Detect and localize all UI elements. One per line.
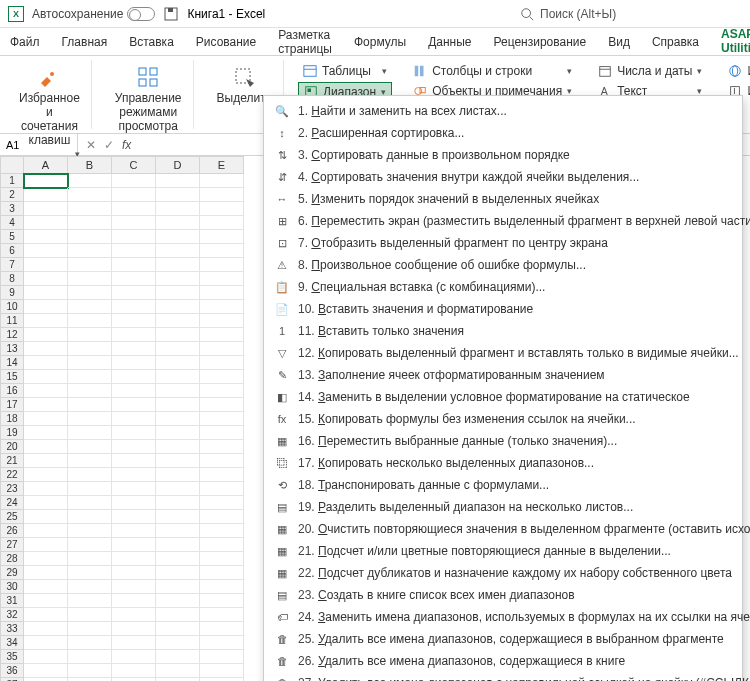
menu-item-25[interactable]: 🗑25. Удалить все имена диапазонов, содер… bbox=[264, 628, 742, 650]
cell[interactable] bbox=[24, 188, 68, 202]
cell[interactable] bbox=[68, 384, 112, 398]
cell[interactable] bbox=[112, 398, 156, 412]
menu-item-10[interactable]: 📄10. Вставить значения и форматирование bbox=[264, 298, 742, 320]
cell[interactable] bbox=[200, 216, 244, 230]
menu-item-19[interactable]: ▤19. Разделить выделенный диапазон на не… bbox=[264, 496, 742, 518]
cell[interactable] bbox=[68, 314, 112, 328]
cell[interactable] bbox=[24, 384, 68, 398]
row-header[interactable]: 5 bbox=[0, 230, 24, 244]
cell[interactable] bbox=[68, 594, 112, 608]
cell[interactable] bbox=[112, 356, 156, 370]
tab-review[interactable]: Рецензирование bbox=[490, 31, 591, 53]
cell[interactable] bbox=[200, 174, 244, 188]
cell[interactable] bbox=[68, 188, 112, 202]
cell[interactable] bbox=[24, 594, 68, 608]
menu-item-6[interactable]: ⊞6. Переместить экран (разместить выделе… bbox=[264, 210, 742, 232]
cancel-icon[interactable]: ✕ bbox=[86, 138, 96, 152]
cell[interactable] bbox=[112, 412, 156, 426]
menu-item-4[interactable]: ⇵4. Сортировать значения внутри каждой я… bbox=[264, 166, 742, 188]
cell[interactable] bbox=[24, 510, 68, 524]
menu-item-9[interactable]: 📋9. Специальная вставка (с комбинациями)… bbox=[264, 276, 742, 298]
cell[interactable] bbox=[156, 342, 200, 356]
row-header[interactable]: 7 bbox=[0, 258, 24, 272]
menu-item-20[interactable]: ▦20. Очистить повторяющиеся значения в в… bbox=[264, 518, 742, 540]
cell[interactable] bbox=[156, 230, 200, 244]
cell[interactable] bbox=[156, 258, 200, 272]
menu-item-5[interactable]: ↔5. Изменить порядок значений в выделенн… bbox=[264, 188, 742, 210]
cell[interactable] bbox=[24, 412, 68, 426]
tab-asap[interactable]: ASAP Utilities bbox=[717, 23, 750, 61]
cell[interactable] bbox=[112, 650, 156, 664]
cell[interactable] bbox=[200, 566, 244, 580]
cell[interactable] bbox=[200, 552, 244, 566]
cell[interactable] bbox=[24, 174, 68, 188]
cell[interactable] bbox=[68, 454, 112, 468]
row-header[interactable]: 31 bbox=[0, 594, 24, 608]
cell[interactable] bbox=[68, 230, 112, 244]
cell[interactable] bbox=[24, 398, 68, 412]
cell[interactable] bbox=[156, 622, 200, 636]
tab-draw[interactable]: Рисование bbox=[192, 31, 260, 53]
row-header[interactable]: 1 bbox=[0, 174, 24, 188]
menu-item-1[interactable]: 🔍1. Найти и заменить на всех листах... bbox=[264, 100, 742, 122]
cell[interactable] bbox=[112, 580, 156, 594]
menu-item-26[interactable]: 🗑26. Удалить все имена диапазонов, содер… bbox=[264, 650, 742, 672]
cell[interactable] bbox=[68, 468, 112, 482]
cell[interactable] bbox=[156, 188, 200, 202]
cell[interactable] bbox=[68, 426, 112, 440]
cell[interactable] bbox=[112, 664, 156, 678]
confirm-icon[interactable]: ✓ bbox=[104, 138, 114, 152]
cell[interactable] bbox=[112, 608, 156, 622]
cell[interactable] bbox=[156, 636, 200, 650]
cell[interactable] bbox=[156, 426, 200, 440]
cell[interactable] bbox=[112, 426, 156, 440]
row-header[interactable]: 13 bbox=[0, 342, 24, 356]
cell[interactable] bbox=[200, 356, 244, 370]
cell[interactable] bbox=[68, 202, 112, 216]
menu-item-21[interactable]: ▦21. Подсчет и/или цветные повторяющиеся… bbox=[264, 540, 742, 562]
cell[interactable] bbox=[112, 342, 156, 356]
cell[interactable] bbox=[68, 244, 112, 258]
cell[interactable] bbox=[156, 412, 200, 426]
cell[interactable] bbox=[156, 650, 200, 664]
cell[interactable] bbox=[156, 300, 200, 314]
cell[interactable] bbox=[68, 398, 112, 412]
cell[interactable] bbox=[112, 384, 156, 398]
cell[interactable] bbox=[156, 370, 200, 384]
cell[interactable] bbox=[112, 454, 156, 468]
cell[interactable] bbox=[200, 608, 244, 622]
cell[interactable] bbox=[156, 594, 200, 608]
row-header[interactable]: 9 bbox=[0, 286, 24, 300]
row-header[interactable]: 30 bbox=[0, 580, 24, 594]
cell[interactable] bbox=[200, 384, 244, 398]
cell[interactable] bbox=[156, 398, 200, 412]
cell[interactable] bbox=[112, 566, 156, 580]
fx-icon[interactable]: fx bbox=[122, 138, 131, 152]
cell[interactable] bbox=[156, 538, 200, 552]
cell[interactable] bbox=[112, 230, 156, 244]
autosave-toggle[interactable]: Автосохранение bbox=[32, 7, 155, 21]
cell[interactable] bbox=[200, 426, 244, 440]
cell[interactable] bbox=[156, 440, 200, 454]
row-header[interactable]: 32 bbox=[0, 608, 24, 622]
cell[interactable] bbox=[68, 370, 112, 384]
cell[interactable] bbox=[200, 510, 244, 524]
numbers-button[interactable]: Числа и даты▾ bbox=[593, 62, 707, 80]
cell[interactable] bbox=[68, 524, 112, 538]
cell[interactable] bbox=[68, 552, 112, 566]
cell[interactable] bbox=[24, 468, 68, 482]
menu-item-22[interactable]: ▦22. Подсчет дубликатов и назначение каж… bbox=[264, 562, 742, 584]
cell[interactable] bbox=[200, 300, 244, 314]
cell[interactable] bbox=[112, 594, 156, 608]
cell[interactable] bbox=[200, 314, 244, 328]
tab-layout[interactable]: Разметка страницы bbox=[274, 24, 336, 60]
cell[interactable] bbox=[68, 482, 112, 496]
cell[interactable] bbox=[24, 342, 68, 356]
row-header[interactable]: 3 bbox=[0, 202, 24, 216]
save-icon[interactable] bbox=[163, 6, 179, 22]
cell[interactable] bbox=[156, 496, 200, 510]
cell[interactable] bbox=[68, 356, 112, 370]
cell[interactable] bbox=[156, 552, 200, 566]
cell[interactable] bbox=[156, 482, 200, 496]
favorites-button[interactable]: Избранное и сочетания клавиш▾ bbox=[16, 62, 83, 162]
